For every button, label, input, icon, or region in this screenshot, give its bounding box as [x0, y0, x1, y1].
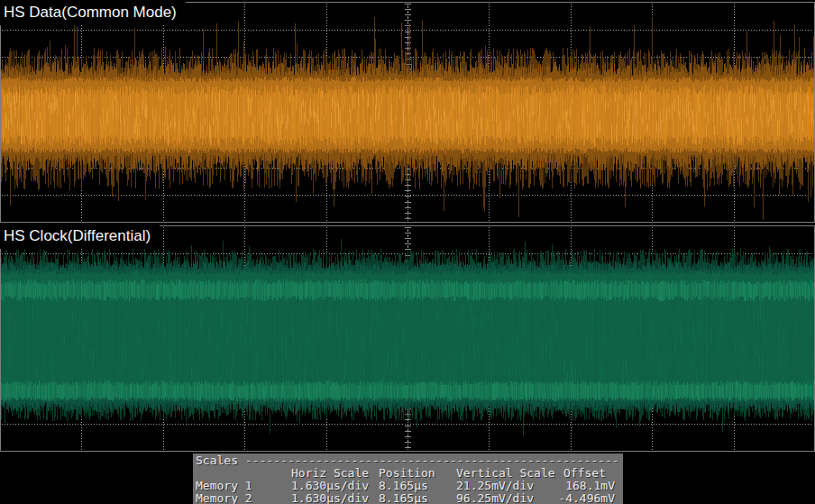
memory2-offset: -4.496mV: [555, 492, 615, 504]
column-header-offset: Offset: [563, 467, 606, 480]
memory1-vertical-scale: 21.25mV/div: [456, 480, 534, 492]
hs-clock-waveform-canvas[interactable]: [0, 225, 815, 452]
memory2-position: 8.165µs: [379, 492, 428, 504]
memory1-position: 8.165µs: [379, 480, 428, 492]
waveform-panel-hs-clock: [0, 225, 815, 452]
oscilloscope-screen: HS Data(Common Mode) HS Clock(Differenti…: [0, 0, 815, 504]
scales-title: Scales: [196, 454, 238, 467]
hs-data-waveform-canvas[interactable]: [0, 2, 815, 223]
column-header-horiz-scale: Horiz Scale: [291, 467, 369, 480]
trace-label-hs-data: HS Data(Common Mode): [0, 0, 186, 25]
memory1-name: Memory 1: [196, 480, 252, 492]
memory2-name: Memory 2: [196, 492, 252, 504]
column-header-position: Position: [379, 467, 435, 480]
memory1-offset: 168.1mV: [555, 480, 615, 492]
waveform-panel-hs-data: [0, 2, 815, 223]
column-header-vertical-scale: Vertical Scale: [456, 467, 555, 480]
scales-dashes: ----------------------------------------…: [245, 454, 619, 467]
memory2-horiz-scale: 1.630µs/div: [291, 492, 369, 504]
memory2-vertical-scale: 96.25mV/div: [456, 492, 534, 504]
trace-label-hs-clock: HS Clock(Differential): [0, 224, 160, 249]
scales-panel: Scales ---------------------------------…: [193, 454, 623, 504]
memory1-horiz-scale: 1.630µs/div: [291, 480, 369, 492]
